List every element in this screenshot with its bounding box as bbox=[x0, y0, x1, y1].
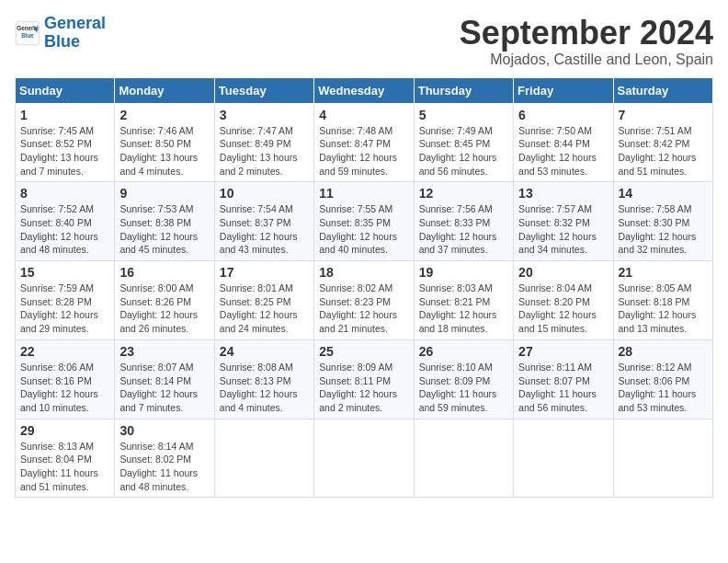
day-number: 14 bbox=[619, 186, 708, 201]
day-info: Sunrise: 7:59 AM Sunset: 8:28 PM Dayligh… bbox=[20, 282, 109, 336]
calendar-cell: 28 Sunrise: 8:12 AM Sunset: 8:06 PM Dayl… bbox=[613, 339, 712, 419]
calendar-cell: 22 Sunrise: 8:06 AM Sunset: 8:16 PM Dayl… bbox=[16, 339, 115, 419]
day-info: Sunrise: 7:46 AM Sunset: 8:50 PM Dayligh… bbox=[119, 124, 209, 178]
day-number: 21 bbox=[619, 265, 708, 280]
calendar-cell: 29 Sunrise: 8:13 AM Sunset: 8:04 PM Dayl… bbox=[16, 419, 115, 498]
calendar-cell: 9 Sunrise: 7:53 AM Sunset: 8:38 PM Dayli… bbox=[115, 182, 214, 261]
location-title: Mojados, Castille and Leon, Spain bbox=[460, 52, 713, 68]
calendar-header: Sunday Monday Tuesday Wednesday Thursday… bbox=[16, 77, 713, 103]
col-wednesday: Wednesday bbox=[314, 77, 414, 103]
calendar-cell: 14 Sunrise: 7:58 AM Sunset: 8:30 PM Dayl… bbox=[613, 182, 712, 261]
calendar-cell bbox=[514, 419, 613, 498]
calendar-cell: 26 Sunrise: 8:10 AM Sunset: 8:09 PM Dayl… bbox=[414, 339, 513, 419]
day-info: Sunrise: 8:12 AM Sunset: 8:06 PM Dayligh… bbox=[619, 361, 708, 415]
day-info: Sunrise: 8:02 AM Sunset: 8:23 PM Dayligh… bbox=[319, 282, 408, 336]
calendar-week-5: 29 Sunrise: 8:13 AM Sunset: 8:04 PM Dayl… bbox=[16, 419, 713, 498]
day-number: 23 bbox=[119, 344, 209, 359]
calendar-week-1: 1 Sunrise: 7:45 AM Sunset: 8:52 PM Dayli… bbox=[16, 103, 713, 182]
day-info: Sunrise: 8:14 AM Sunset: 8:02 PM Dayligh… bbox=[119, 440, 209, 494]
day-info: Sunrise: 7:49 AM Sunset: 8:45 PM Dayligh… bbox=[419, 124, 508, 178]
day-number: 1 bbox=[20, 108, 109, 122]
svg-text:Blue: Blue bbox=[21, 32, 34, 39]
day-info: Sunrise: 7:53 AM Sunset: 8:38 PM Dayligh… bbox=[119, 202, 209, 257]
day-info: Sunrise: 8:03 AM Sunset: 8:21 PM Dayligh… bbox=[419, 282, 508, 336]
calendar-cell: 12 Sunrise: 7:56 AM Sunset: 8:33 PM Dayl… bbox=[414, 182, 513, 261]
day-info: Sunrise: 8:05 AM Sunset: 8:18 PM Dayligh… bbox=[619, 282, 708, 336]
calendar-cell: 8 Sunrise: 7:52 AM Sunset: 8:40 PM Dayli… bbox=[16, 182, 115, 261]
day-number: 20 bbox=[518, 265, 608, 280]
calendar-cell: 3 Sunrise: 7:47 AM Sunset: 8:49 PM Dayli… bbox=[214, 103, 313, 182]
col-friday: Friday bbox=[514, 77, 613, 103]
day-number: 17 bbox=[220, 265, 309, 280]
day-number: 30 bbox=[119, 423, 209, 438]
day-info: Sunrise: 8:00 AM Sunset: 8:26 PM Dayligh… bbox=[119, 282, 209, 336]
day-info: Sunrise: 7:57 AM Sunset: 8:32 PM Dayligh… bbox=[518, 202, 608, 257]
day-info: Sunrise: 7:47 AM Sunset: 8:49 PM Dayligh… bbox=[220, 124, 309, 178]
day-info: Sunrise: 7:45 AM Sunset: 8:52 PM Dayligh… bbox=[20, 124, 109, 178]
calendar-cell: 21 Sunrise: 8:05 AM Sunset: 8:18 PM Dayl… bbox=[613, 261, 712, 340]
day-number: 7 bbox=[619, 108, 708, 122]
day-number: 3 bbox=[220, 108, 309, 122]
calendar-cell: 17 Sunrise: 8:01 AM Sunset: 8:25 PM Dayl… bbox=[214, 261, 313, 340]
calendar-week-4: 22 Sunrise: 8:06 AM Sunset: 8:16 PM Dayl… bbox=[16, 339, 713, 419]
col-saturday: Saturday bbox=[613, 77, 712, 103]
calendar-week-2: 8 Sunrise: 7:52 AM Sunset: 8:40 PM Dayli… bbox=[16, 182, 713, 261]
calendar-cell: 25 Sunrise: 8:09 AM Sunset: 8:11 PM Dayl… bbox=[314, 339, 414, 419]
day-number: 19 bbox=[419, 265, 508, 280]
day-info: Sunrise: 7:50 AM Sunset: 8:44 PM Dayligh… bbox=[518, 124, 608, 178]
day-info: Sunrise: 7:48 AM Sunset: 8:47 PM Dayligh… bbox=[319, 124, 408, 178]
calendar-cell: 30 Sunrise: 8:14 AM Sunset: 8:02 PM Dayl… bbox=[115, 419, 214, 498]
calendar-week-3: 15 Sunrise: 7:59 AM Sunset: 8:28 PM Dayl… bbox=[16, 261, 713, 340]
day-info: Sunrise: 7:52 AM Sunset: 8:40 PM Dayligh… bbox=[20, 202, 109, 257]
day-number: 24 bbox=[220, 344, 309, 359]
day-number: 9 bbox=[119, 186, 209, 201]
calendar-cell: 24 Sunrise: 8:08 AM Sunset: 8:13 PM Dayl… bbox=[214, 339, 313, 419]
calendar-cell: 19 Sunrise: 8:03 AM Sunset: 8:21 PM Dayl… bbox=[414, 261, 513, 340]
header: General Blue GeneralBlue September 2024 … bbox=[15, 15, 713, 68]
calendar-cell: 4 Sunrise: 7:48 AM Sunset: 8:47 PM Dayli… bbox=[314, 103, 414, 182]
month-title: September 2024 bbox=[460, 15, 713, 52]
title-section: September 2024 Mojados, Castille and Leo… bbox=[460, 15, 713, 68]
logo-icon: General Blue bbox=[15, 20, 40, 46]
calendar-cell bbox=[613, 419, 712, 498]
day-info: Sunrise: 8:10 AM Sunset: 8:09 PM Dayligh… bbox=[419, 361, 508, 415]
calendar-table: Sunday Monday Tuesday Wednesday Thursday… bbox=[15, 77, 713, 499]
col-sunday: Sunday bbox=[16, 77, 115, 103]
header-row: Sunday Monday Tuesday Wednesday Thursday… bbox=[16, 77, 713, 103]
day-info: Sunrise: 8:01 AM Sunset: 8:25 PM Dayligh… bbox=[220, 282, 309, 336]
day-number: 28 bbox=[619, 344, 708, 359]
day-number: 27 bbox=[518, 344, 608, 359]
day-info: Sunrise: 7:58 AM Sunset: 8:30 PM Dayligh… bbox=[619, 202, 708, 257]
logo-text: GeneralBlue bbox=[44, 15, 106, 52]
day-number: 29 bbox=[20, 423, 109, 438]
calendar-cell: 20 Sunrise: 8:04 AM Sunset: 8:20 PM Dayl… bbox=[514, 261, 613, 340]
day-info: Sunrise: 7:56 AM Sunset: 8:33 PM Dayligh… bbox=[419, 202, 508, 257]
calendar-body: 1 Sunrise: 7:45 AM Sunset: 8:52 PM Dayli… bbox=[16, 103, 713, 498]
calendar-cell: 1 Sunrise: 7:45 AM Sunset: 8:52 PM Dayli… bbox=[16, 103, 115, 182]
calendar-cell: 2 Sunrise: 7:46 AM Sunset: 8:50 PM Dayli… bbox=[115, 103, 214, 182]
calendar-cell: 7 Sunrise: 7:51 AM Sunset: 8:42 PM Dayli… bbox=[613, 103, 712, 182]
day-info: Sunrise: 8:11 AM Sunset: 8:07 PM Dayligh… bbox=[518, 361, 608, 415]
day-info: Sunrise: 8:13 AM Sunset: 8:04 PM Dayligh… bbox=[20, 440, 109, 494]
calendar-cell: 18 Sunrise: 8:02 AM Sunset: 8:23 PM Dayl… bbox=[314, 261, 414, 340]
logo: General Blue GeneralBlue bbox=[15, 15, 106, 52]
col-thursday: Thursday bbox=[414, 77, 513, 103]
day-info: Sunrise: 8:04 AM Sunset: 8:20 PM Dayligh… bbox=[518, 282, 608, 336]
day-number: 18 bbox=[319, 265, 408, 280]
calendar-cell: 16 Sunrise: 8:00 AM Sunset: 8:26 PM Dayl… bbox=[115, 261, 214, 340]
calendar-cell: 10 Sunrise: 7:54 AM Sunset: 8:37 PM Dayl… bbox=[214, 182, 313, 261]
day-number: 11 bbox=[319, 186, 408, 201]
day-number: 15 bbox=[20, 265, 109, 280]
col-monday: Monday bbox=[115, 77, 214, 103]
calendar-cell: 13 Sunrise: 7:57 AM Sunset: 8:32 PM Dayl… bbox=[514, 182, 613, 261]
day-number: 6 bbox=[518, 108, 608, 122]
calendar-cell: 23 Sunrise: 8:07 AM Sunset: 8:14 PM Dayl… bbox=[115, 339, 214, 419]
day-info: Sunrise: 8:09 AM Sunset: 8:11 PM Dayligh… bbox=[319, 361, 408, 415]
day-number: 10 bbox=[220, 186, 309, 201]
day-number: 2 bbox=[119, 108, 209, 122]
day-number: 5 bbox=[419, 108, 508, 122]
day-info: Sunrise: 8:08 AM Sunset: 8:13 PM Dayligh… bbox=[220, 361, 309, 415]
calendar-cell bbox=[414, 419, 513, 498]
day-info: Sunrise: 8:06 AM Sunset: 8:16 PM Dayligh… bbox=[20, 361, 109, 415]
day-number: 25 bbox=[319, 344, 408, 359]
